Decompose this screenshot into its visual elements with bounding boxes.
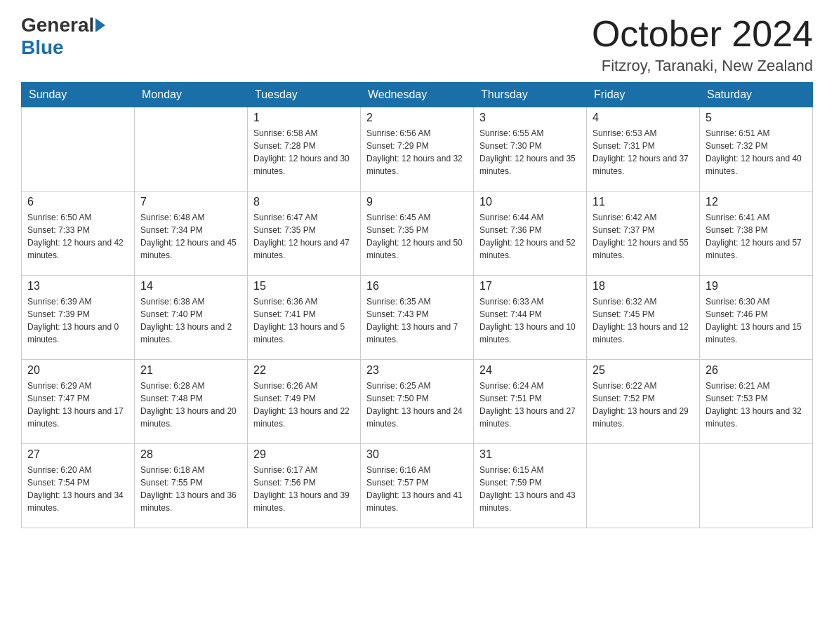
- calendar-cell: 25Sunrise: 6:22 AMSunset: 7:52 PMDayligh…: [587, 360, 700, 444]
- calendar-cell: [587, 444, 700, 528]
- day-info: Sunrise: 6:28 AMSunset: 7:48 PMDaylight:…: [140, 380, 241, 430]
- logo: General Blue: [21, 14, 105, 59]
- day-info: Sunrise: 6:26 AMSunset: 7:49 PMDaylight:…: [253, 380, 355, 430]
- calendar-cell: 30Sunrise: 6:16 AMSunset: 7:57 PMDayligh…: [361, 444, 474, 528]
- weekday-header-thursday: Thursday: [474, 83, 587, 107]
- day-number: 29: [253, 448, 355, 461]
- day-info: Sunrise: 6:36 AMSunset: 7:41 PMDaylight:…: [253, 295, 355, 346]
- weekday-header-friday: Friday: [587, 83, 700, 107]
- weekday-header-monday: Monday: [135, 83, 248, 107]
- day-info: Sunrise: 6:15 AMSunset: 7:59 PMDaylight:…: [479, 464, 581, 514]
- location-subtitle: Fitzroy, Taranaki, New Zealand: [592, 57, 813, 75]
- day-info: Sunrise: 6:24 AMSunset: 7:51 PMDaylight:…: [479, 380, 581, 430]
- day-info: Sunrise: 6:30 AMSunset: 7:46 PMDaylight:…: [706, 295, 807, 346]
- day-info: Sunrise: 6:20 AMSunset: 7:54 PMDaylight:…: [27, 464, 128, 514]
- day-number: 9: [366, 196, 468, 208]
- calendar-cell: 10Sunrise: 6:44 AMSunset: 7:36 PMDayligh…: [474, 192, 587, 276]
- calendar-cell: 23Sunrise: 6:25 AMSunset: 7:50 PMDayligh…: [361, 360, 474, 444]
- day-number: 27: [27, 448, 128, 461]
- day-number: 1: [253, 112, 355, 124]
- day-info: Sunrise: 6:32 AMSunset: 7:45 PMDaylight:…: [593, 295, 694, 346]
- calendar-cell: [700, 444, 813, 528]
- weekday-header-wednesday: Wednesday: [361, 83, 474, 107]
- week-row-3: 13Sunrise: 6:39 AMSunset: 7:39 PMDayligh…: [22, 276, 813, 360]
- calendar-cell: 11Sunrise: 6:42 AMSunset: 7:37 PMDayligh…: [587, 192, 700, 276]
- calendar-cell: 7Sunrise: 6:48 AMSunset: 7:34 PMDaylight…: [135, 192, 248, 276]
- day-info: Sunrise: 6:39 AMSunset: 7:39 PMDaylight:…: [27, 295, 128, 346]
- week-row-5: 27Sunrise: 6:20 AMSunset: 7:54 PMDayligh…: [22, 444, 813, 528]
- day-number: 14: [140, 280, 241, 293]
- calendar-cell: 27Sunrise: 6:20 AMSunset: 7:54 PMDayligh…: [22, 444, 135, 528]
- calendar-cell: [22, 107, 135, 192]
- day-number: 30: [366, 448, 468, 461]
- calendar-cell: 26Sunrise: 6:21 AMSunset: 7:53 PMDayligh…: [700, 360, 813, 444]
- logo-general-text: General: [21, 14, 94, 36]
- day-info: Sunrise: 6:44 AMSunset: 7:36 PMDaylight:…: [479, 211, 581, 262]
- calendar-cell: 22Sunrise: 6:26 AMSunset: 7:49 PMDayligh…: [248, 360, 361, 444]
- day-info: Sunrise: 6:16 AMSunset: 7:57 PMDaylight:…: [366, 464, 468, 514]
- day-number: 24: [479, 364, 581, 377]
- calendar-cell: 24Sunrise: 6:24 AMSunset: 7:51 PMDayligh…: [474, 360, 587, 444]
- day-info: Sunrise: 6:58 AMSunset: 7:28 PMDaylight:…: [253, 127, 355, 177]
- day-info: Sunrise: 6:42 AMSunset: 7:37 PMDaylight:…: [593, 211, 694, 262]
- calendar-cell: 13Sunrise: 6:39 AMSunset: 7:39 PMDayligh…: [22, 276, 135, 360]
- day-number: 6: [27, 196, 128, 208]
- weekday-header-tuesday: Tuesday: [248, 83, 361, 107]
- day-info: Sunrise: 6:22 AMSunset: 7:52 PMDaylight:…: [593, 380, 694, 430]
- week-row-2: 6Sunrise: 6:50 AMSunset: 7:33 PMDaylight…: [22, 192, 813, 276]
- day-info: Sunrise: 6:25 AMSunset: 7:50 PMDaylight:…: [366, 380, 468, 430]
- calendar-cell: 14Sunrise: 6:38 AMSunset: 7:40 PMDayligh…: [135, 276, 248, 360]
- weekday-header-row: SundayMondayTuesdayWednesdayThursdayFrid…: [22, 83, 813, 107]
- logo-arrow-icon: [95, 18, 105, 32]
- calendar-cell: 29Sunrise: 6:17 AMSunset: 7:56 PMDayligh…: [248, 444, 361, 528]
- calendar-cell: 12Sunrise: 6:41 AMSunset: 7:38 PMDayligh…: [700, 192, 813, 276]
- day-number: 19: [706, 280, 807, 293]
- day-info: Sunrise: 6:38 AMSunset: 7:40 PMDaylight:…: [140, 295, 241, 346]
- calendar-cell: 18Sunrise: 6:32 AMSunset: 7:45 PMDayligh…: [587, 276, 700, 360]
- day-number: 16: [366, 280, 468, 293]
- day-info: Sunrise: 6:56 AMSunset: 7:29 PMDaylight:…: [366, 127, 468, 177]
- calendar-cell: 6Sunrise: 6:50 AMSunset: 7:33 PMDaylight…: [22, 192, 135, 276]
- day-number: 5: [706, 112, 807, 124]
- weekday-header-sunday: Sunday: [22, 83, 135, 107]
- day-number: 23: [366, 364, 468, 377]
- page-header: General Blue October 2024 Fitzroy, Taran…: [21, 14, 813, 75]
- month-title: October 2024: [592, 14, 813, 54]
- calendar-cell: 5Sunrise: 6:51 AMSunset: 7:32 PMDaylight…: [700, 107, 813, 192]
- week-row-1: 1Sunrise: 6:58 AMSunset: 7:28 PMDaylight…: [22, 107, 813, 192]
- calendar-cell: 16Sunrise: 6:35 AMSunset: 7:43 PMDayligh…: [361, 276, 474, 360]
- week-row-4: 20Sunrise: 6:29 AMSunset: 7:47 PMDayligh…: [22, 360, 813, 444]
- calendar-cell: 8Sunrise: 6:47 AMSunset: 7:35 PMDaylight…: [248, 192, 361, 276]
- day-info: Sunrise: 6:18 AMSunset: 7:55 PMDaylight:…: [140, 464, 241, 514]
- day-number: 10: [479, 196, 581, 208]
- day-number: 2: [366, 112, 468, 124]
- calendar-cell: 20Sunrise: 6:29 AMSunset: 7:47 PMDayligh…: [22, 360, 135, 444]
- day-number: 28: [140, 448, 241, 461]
- calendar-cell: 19Sunrise: 6:30 AMSunset: 7:46 PMDayligh…: [700, 276, 813, 360]
- calendar-cell: 31Sunrise: 6:15 AMSunset: 7:59 PMDayligh…: [474, 444, 587, 528]
- calendar-table: SundayMondayTuesdayWednesdayThursdayFrid…: [21, 82, 813, 528]
- day-info: Sunrise: 6:48 AMSunset: 7:34 PMDaylight:…: [140, 211, 241, 262]
- day-info: Sunrise: 6:53 AMSunset: 7:31 PMDaylight:…: [593, 127, 694, 177]
- day-number: 15: [253, 280, 355, 293]
- title-block: October 2024 Fitzroy, Taranaki, New Zeal…: [592, 14, 813, 75]
- day-info: Sunrise: 6:50 AMSunset: 7:33 PMDaylight:…: [27, 211, 128, 262]
- day-number: 31: [479, 448, 581, 461]
- calendar-cell: 4Sunrise: 6:53 AMSunset: 7:31 PMDaylight…: [587, 107, 700, 192]
- calendar-cell: 2Sunrise: 6:56 AMSunset: 7:29 PMDaylight…: [361, 107, 474, 192]
- day-number: 11: [593, 196, 694, 208]
- day-info: Sunrise: 6:55 AMSunset: 7:30 PMDaylight:…: [479, 127, 581, 177]
- day-info: Sunrise: 6:33 AMSunset: 7:44 PMDaylight:…: [479, 295, 581, 346]
- day-info: Sunrise: 6:51 AMSunset: 7:32 PMDaylight:…: [706, 127, 807, 177]
- day-info: Sunrise: 6:41 AMSunset: 7:38 PMDaylight:…: [706, 211, 807, 262]
- calendar-cell: [135, 107, 248, 192]
- day-number: 8: [253, 196, 355, 208]
- day-info: Sunrise: 6:35 AMSunset: 7:43 PMDaylight:…: [366, 295, 468, 346]
- day-number: 25: [593, 364, 694, 377]
- calendar-cell: 3Sunrise: 6:55 AMSunset: 7:30 PMDaylight…: [474, 107, 587, 192]
- day-info: Sunrise: 6:47 AMSunset: 7:35 PMDaylight:…: [253, 211, 355, 262]
- day-number: 22: [253, 364, 355, 377]
- day-info: Sunrise: 6:29 AMSunset: 7:47 PMDaylight:…: [27, 380, 128, 430]
- day-number: 18: [593, 280, 694, 293]
- day-number: 20: [27, 364, 128, 377]
